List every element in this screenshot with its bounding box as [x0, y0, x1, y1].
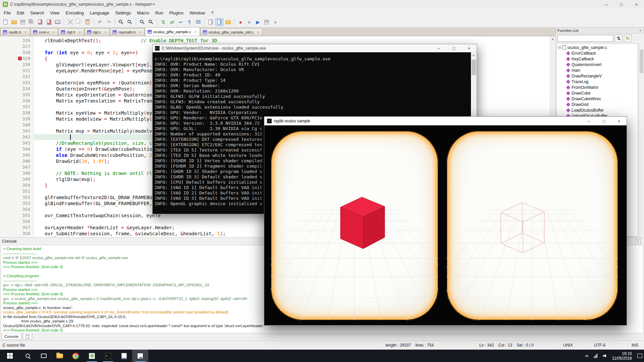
function-item[interactable]: main: [557, 67, 638, 73]
taskbar-search-button[interactable]: [19, 350, 36, 362]
record-macro-icon[interactable]: ●: [236, 18, 245, 26]
function-item[interactable]: ErrorCallback: [557, 50, 638, 56]
file-explorer-button[interactable]: [52, 350, 68, 362]
tab-close-icon[interactable]: ×: [256, 30, 260, 34]
tab-close-icon[interactable]: ×: [52, 30, 55, 34]
copy-icon[interactable]: [75, 18, 83, 26]
menu-file[interactable]: File: [1, 9, 14, 16]
menu-search[interactable]: Search: [27, 9, 47, 16]
raylib-taskbar-button[interactable]: [132, 350, 148, 362]
notepadpp-taskbar-button[interactable]: [84, 350, 100, 362]
console-tab[interactable]: Console: [1, 333, 21, 340]
raylib-window[interactable]: raylib oculus sample – □ ×: [264, 116, 627, 325]
tab-close-icon[interactable]: ×: [139, 30, 142, 34]
menu-window[interactable]: Window: [186, 9, 208, 16]
tab-oculus_glfw_sample_old.c[interactable]: oculus_glfw_sample_old.c×: [200, 28, 263, 36]
function-item[interactable]: DrawRectangleV: [557, 73, 638, 79]
menu-macro[interactable]: Macro: [134, 9, 152, 16]
menu-encoding[interactable]: Encoding: [63, 9, 87, 16]
sync-horizontal-icon[interactable]: ⇄: [168, 18, 176, 26]
undo-icon[interactable]: ↶: [96, 18, 104, 26]
play-macro-icon[interactable]: ▶: [254, 18, 262, 26]
taskbar-clock[interactable]: 19:15 11/05/2016: [609, 351, 635, 361]
close-all-icon[interactable]: [45, 18, 53, 26]
raylib-minimize-button[interactable]: –: [581, 117, 596, 125]
cmd-titlebar[interactable]: C:\Windows\System32\cmd.exe - oculus_glf…: [153, 44, 477, 52]
cmd-scroll-thumb[interactable]: [472, 60, 476, 75]
function-item[interactable]: TraceLog: [557, 79, 638, 84]
task-view-button[interactable]: [36, 350, 52, 362]
menu-plugins[interactable]: Plugins: [166, 9, 187, 16]
action-center-button[interactable]: [635, 350, 644, 362]
zoom-in-icon[interactable]: [138, 18, 146, 26]
function-item[interactable]: DrawGrid: [557, 102, 638, 107]
function-list-scroll-thumb[interactable]: [640, 50, 643, 73]
tab-oculus_glfw_sample.c[interactable]: oculus_glfw_sample.c×: [145, 27, 200, 36]
folder-workspace-icon[interactable]: [224, 18, 232, 26]
function-item[interactable]: FromOvrMatrix: [557, 84, 638, 90]
replace-icon[interactable]: [126, 18, 134, 26]
terminal-taskbar-button[interactable]: [100, 350, 116, 362]
menu-settings[interactable]: Settings: [112, 9, 134, 16]
npp-restore-button[interactable]: □: [614, 0, 629, 9]
stop-macro-icon[interactable]: ■: [245, 18, 253, 26]
save-file-icon[interactable]: [19, 18, 27, 26]
tab-core.c[interactable]: core.c×: [31, 28, 58, 36]
tray-volume-button[interactable]: [600, 350, 609, 362]
menu-help[interactable]: ?: [208, 9, 216, 16]
tab-close-icon[interactable]: ×: [194, 30, 197, 34]
new-file-icon[interactable]: [1, 18, 9, 26]
scroll-up-icon[interactable]: ▲: [550, 36, 555, 42]
line-numbers[interactable]: 326 327 328 329 330 331 332 333 334 335 …: [0, 38, 30, 237]
menu-language[interactable]: Language: [87, 9, 112, 16]
function-list-search-input[interactable]: [557, 35, 613, 42]
print-icon[interactable]: [54, 18, 62, 26]
word-wrap-icon[interactable]: ↩: [177, 18, 185, 26]
paste-icon[interactable]: [84, 18, 92, 26]
raylib-titlebar[interactable]: raylib oculus sample – □ ×: [264, 117, 627, 125]
sort-icon[interactable]: ⇅: [615, 35, 623, 42]
show-all-chars-icon[interactable]: ¶: [185, 18, 194, 26]
reload-icon[interactable]: ↻: [624, 35, 632, 42]
run-macro-multi-icon[interactable]: »: [271, 18, 279, 26]
cmd-minimize-button[interactable]: –: [431, 44, 446, 52]
npp-close-button[interactable]: ×: [629, 0, 644, 9]
function-item[interactable]: LoadOculusBuffer: [557, 107, 638, 113]
document-app-button[interactable]: [116, 350, 132, 362]
find-icon[interactable]: [117, 18, 125, 26]
cmd-scroll-up-icon[interactable]: ▲: [471, 52, 476, 58]
doc-panel-tab[interactable]: [23, 333, 32, 340]
cmd-maximize-button[interactable]: □: [446, 44, 462, 52]
function-list-root[interactable]: oculus_glfw_sample.c: [557, 45, 638, 50]
tab-rlgl.c[interactable]: rlgl.c×: [85, 28, 110, 36]
menu-view[interactable]: View: [47, 9, 63, 16]
tab-rlgl.h[interactable]: rlgl.h×: [58, 28, 84, 36]
tray-expand-button[interactable]: [583, 350, 591, 362]
function-item[interactable]: DrawCube: [557, 90, 638, 96]
menu-edit[interactable]: Edit: [14, 9, 27, 16]
sync-vertical-icon[interactable]: ⇅: [159, 18, 167, 26]
function-item[interactable]: DrawCubeWires: [557, 96, 638, 102]
tab-raylib.h[interactable]: raylib.h×: [0, 28, 30, 36]
open-file-icon[interactable]: [10, 18, 18, 26]
tab-close-icon[interactable]: ×: [24, 30, 27, 34]
redo-icon[interactable]: ↷: [105, 18, 113, 26]
start-button[interactable]: [0, 350, 19, 362]
tab-close-icon[interactable]: ×: [104, 30, 107, 34]
save-all-icon[interactable]: [28, 18, 36, 26]
zoom-out-icon[interactable]: [147, 18, 155, 26]
cut-icon[interactable]: [66, 18, 74, 26]
raylib-maximize-button[interactable]: □: [596, 117, 611, 125]
menu-run[interactable]: Run: [152, 9, 166, 16]
npp-minimize-button[interactable]: –: [599, 0, 614, 9]
indent-guide-icon[interactable]: [194, 18, 202, 26]
function-item[interactable]: QuaternionInvert: [557, 62, 638, 67]
doc-map-icon[interactable]: [207, 18, 215, 26]
close-file-icon[interactable]: [36, 18, 44, 26]
function-item[interactable]: KeyCallback: [557, 56, 638, 62]
tab-raymath.h[interactable]: raymath.h×: [110, 28, 145, 36]
console-close-icon[interactable]: ×: [635, 239, 641, 244]
function-list-close-icon[interactable]: ×: [638, 29, 642, 33]
cmd-close-button[interactable]: ×: [462, 44, 477, 52]
function-list-scrollbar[interactable]: [639, 44, 644, 237]
